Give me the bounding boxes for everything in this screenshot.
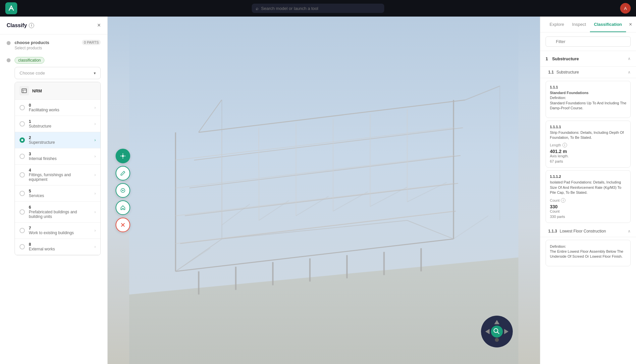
search-bar[interactable]: ⌕ bbox=[252, 4, 384, 13]
topbar: ⌕ A bbox=[0, 0, 636, 17]
steps-container: choose products 0 PARTS Select products … bbox=[0, 34, 107, 364]
chevron-right-icon-5: › bbox=[94, 191, 96, 196]
tab-classification[interactable]: Classification bbox=[590, 17, 626, 32]
chevron-right-icon-0: › bbox=[94, 105, 96, 110]
nrm-radio-3 bbox=[20, 154, 25, 159]
chevron-right-icon-3: › bbox=[94, 154, 96, 159]
detail-1-1-1: 1.1.1 Standard Foundations Definition: S… bbox=[546, 81, 631, 118]
nrm-item-4[interactable]: 4 Fittings, furnishings and equipment › bbox=[15, 165, 100, 185]
nrm-item-2[interactable]: 2 Superstructure › bbox=[15, 132, 100, 148]
detail-1-1-1-2: 1.1.1.2 Isolated Pad Foundations: Detail… bbox=[546, 170, 631, 223]
filter-input[interactable] bbox=[546, 36, 631, 47]
search-input[interactable] bbox=[261, 6, 380, 11]
classify-panel: Classify i × choose products 0 PARTS Sel… bbox=[0, 17, 108, 364]
search-icon: ⌕ bbox=[256, 6, 258, 11]
info-circle-1-1-1-1[interactable]: i bbox=[562, 143, 567, 147]
main-layout: Classify i × choose products 0 PARTS Sel… bbox=[0, 17, 636, 364]
tab-explore[interactable]: Explore bbox=[546, 17, 568, 32]
chevron-right-icon-2: › bbox=[94, 138, 96, 142]
step-label-products: choose products bbox=[15, 40, 49, 45]
classify-header: Classify i × bbox=[0, 17, 107, 34]
step-sublabel-products: Select products bbox=[15, 46, 101, 50]
classify-info-icon[interactable]: i bbox=[29, 23, 34, 28]
float-toolbar bbox=[116, 149, 130, 232]
nrm-item-0[interactable]: 0 Facilitating works › bbox=[15, 100, 100, 116]
tab-inspect[interactable]: Inspect bbox=[568, 17, 590, 32]
edit-button[interactable] bbox=[116, 166, 130, 181]
select-button[interactable] bbox=[116, 183, 130, 198]
right-panel: Explore Inspect Classification × ⌕ 1 Sub… bbox=[540, 17, 636, 364]
classify-title: Classify i bbox=[7, 23, 34, 28]
chevron-up-icon-1-1: ∧ bbox=[628, 70, 631, 75]
nrm-item-1[interactable]: 1 Substructure › bbox=[15, 116, 100, 132]
detail-1-1-1-1: 1.1.1.1 Strip Foundations: Details, Incl… bbox=[546, 121, 631, 168]
svg-point-62 bbox=[491, 326, 503, 338]
svg-rect-0 bbox=[22, 89, 26, 93]
classification-tag: classification bbox=[15, 57, 44, 64]
step-classification: classification Choose code ▾ bbox=[7, 57, 101, 255]
svg-point-48 bbox=[122, 155, 124, 157]
chevron-up-icon-1: ∧ bbox=[628, 56, 631, 61]
nrm-radio-2 bbox=[20, 137, 25, 143]
svg-point-54 bbox=[122, 190, 124, 191]
step-dot-products bbox=[7, 41, 11, 45]
nrm-header: NRM bbox=[15, 82, 100, 100]
nrm-radio-1 bbox=[20, 121, 25, 127]
classify-close-button[interactable]: × bbox=[97, 22, 101, 29]
viewport[interactable] bbox=[108, 17, 540, 364]
svg-point-61 bbox=[495, 338, 499, 342]
step-badge-products: 0 PARTS bbox=[82, 40, 101, 45]
chevron-down-icon: ▾ bbox=[94, 71, 96, 76]
nrm-label: NRM bbox=[32, 88, 42, 93]
nrm-radio-8 bbox=[20, 244, 25, 249]
chevron-right-icon-6: › bbox=[94, 210, 96, 214]
nrm-radio-0 bbox=[20, 105, 25, 110]
classification-content: 1 Substructure ∧ 1.1 Substructure ∧ 1.1.… bbox=[540, 51, 636, 364]
magic-button[interactable] bbox=[116, 149, 130, 163]
step-dot-classification bbox=[7, 58, 11, 62]
subsection-1-1-header[interactable]: 1.1 Substructure ∧ bbox=[540, 67, 636, 78]
detail-1-1-3-def: Definition: The Entire Lowest Floor Asse… bbox=[546, 240, 631, 266]
nav-wheel[interactable] bbox=[480, 315, 513, 348]
nrm-radio-5 bbox=[20, 191, 25, 196]
chevron-right-icon-7: › bbox=[94, 228, 96, 233]
nrm-item-7[interactable]: 7 Work to existing buildings › bbox=[15, 223, 100, 239]
section-1-num: 1 bbox=[546, 56, 548, 61]
chevron-right-icon-1: › bbox=[94, 122, 96, 126]
section-1-title: Substructure bbox=[552, 56, 579, 61]
building-3d bbox=[108, 17, 540, 364]
section-1-header[interactable]: 1 Substructure ∧ bbox=[540, 51, 636, 67]
nrm-radio-4 bbox=[20, 172, 25, 178]
filter-area: ⌕ bbox=[540, 32, 636, 51]
nrm-dropdown: NRM 0 Facilitating works › bbox=[15, 82, 101, 255]
right-tabs: Explore Inspect Classification × bbox=[540, 17, 636, 32]
avatar[interactable]: A bbox=[620, 3, 631, 14]
chevron-right-icon-4: › bbox=[94, 173, 96, 177]
code-dropdown-text: Choose code bbox=[20, 71, 45, 76]
info-circle-1-1-1-2[interactable]: i bbox=[561, 198, 565, 203]
close-tool-button[interactable] bbox=[116, 218, 130, 232]
nrm-icon bbox=[20, 86, 29, 95]
right-panel-close-button[interactable]: × bbox=[629, 22, 632, 27]
home-button[interactable] bbox=[116, 200, 130, 215]
subsection-1-1-3-header[interactable]: 1.1.3 Lowest Floor Construction ∧ bbox=[540, 226, 636, 237]
nrm-item-6[interactable]: 6 Prefabricated buildings and building u… bbox=[15, 202, 100, 223]
app-logo[interactable] bbox=[5, 2, 17, 14]
nrm-radio-7 bbox=[20, 228, 25, 233]
nrm-item-5[interactable]: 5 Services › bbox=[15, 185, 100, 202]
chevron-right-icon-8: › bbox=[94, 244, 96, 249]
nrm-item-3[interactable]: 3 Internal finishes › bbox=[15, 148, 100, 165]
step-choose-products: choose products 0 PARTS Select products bbox=[7, 40, 101, 50]
code-dropdown[interactable]: Choose code ▾ bbox=[15, 67, 101, 79]
chevron-up-icon-1-1-3: ∧ bbox=[628, 229, 631, 234]
nrm-radio-6 bbox=[20, 209, 25, 215]
nrm-item-8[interactable]: 8 External works › bbox=[15, 239, 100, 255]
